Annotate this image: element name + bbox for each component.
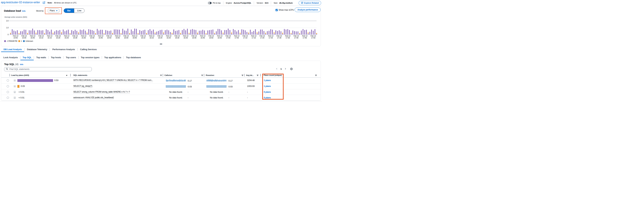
load-bar-segment[interactable] (219, 29, 220, 34)
load-bar-segment[interactable] (289, 30, 290, 35)
load-bar-segment[interactable] (291, 34, 292, 35)
load-bar-segment[interactable] (274, 33, 274, 34)
load-bar-segment[interactable] (110, 31, 111, 35)
load-bar-segment[interactable] (46, 29, 46, 35)
db-instance-title-link[interactable]: apg-testcluster-02-instance-writer (1, 1, 40, 4)
load-bar-segment[interactable] (128, 29, 128, 35)
load-bar-segment[interactable] (61, 32, 62, 33)
load-bar-segment[interactable] (95, 34, 96, 34)
load-bar-segment[interactable] (41, 31, 42, 35)
load-bar-segment[interactable] (75, 30, 76, 34)
subtab-top-waits[interactable]: Top waits (34, 54, 48, 60)
load-bar-segment[interactable] (86, 33, 87, 34)
sql-statement-link[interactable]: WITH RECURSIVE numbers(n) AS ( SELECT ? … (73, 79, 153, 82)
load-bar-segment[interactable] (112, 34, 113, 34)
load-bar-segment[interactable] (94, 31, 94, 35)
load-bar-segment[interactable] (194, 30, 194, 35)
load-bar-segment[interactable] (132, 31, 133, 34)
load-bar-segment[interactable] (26, 30, 26, 35)
load-bar-segment[interactable] (277, 31, 278, 34)
load-bar-segment[interactable] (85, 31, 86, 35)
load-bar-segment[interactable] (34, 30, 34, 34)
load-bar-segment[interactable] (316, 34, 317, 35)
load-bar-segment[interactable] (141, 31, 142, 35)
expand-row-icon[interactable] (14, 85, 16, 87)
row-radio-button[interactable] (7, 97, 9, 99)
subtab-top-sql[interactable]: Top SQL (20, 54, 34, 60)
load-bar-segment[interactable] (190, 30, 191, 35)
load-bar-segment[interactable] (265, 33, 266, 34)
load-bar-segment[interactable] (24, 30, 24, 35)
load-bar-segment[interactable] (39, 30, 40, 34)
load-bar-segment[interactable] (18, 34, 19, 34)
load-bar-segment[interactable] (27, 33, 28, 34)
load-bar-segment[interactable] (117, 29, 118, 34)
load-bar-segment[interactable] (253, 31, 254, 34)
load-bar-segment[interactable] (162, 30, 162, 34)
load-bar-segment[interactable] (298, 31, 298, 35)
load-bar-segment[interactable] (245, 30, 246, 35)
load-bar-segment[interactable] (126, 31, 126, 34)
sort-descending-icon[interactable] (66, 75, 68, 76)
load-bar-segment[interactable] (158, 31, 159, 34)
load-bar-segment[interactable] (138, 33, 138, 34)
load-bar-segment[interactable] (106, 30, 106, 34)
load-bar-segment[interactable] (44, 33, 45, 34)
load-bar-segment[interactable] (235, 30, 236, 34)
load-bar-segment[interactable] (204, 30, 205, 34)
load-bar-segment[interactable] (311, 29, 312, 34)
load-bar-segment[interactable] (51, 30, 52, 35)
load-bar-segment[interactable] (316, 33, 317, 34)
load-bar-segment[interactable] (299, 33, 300, 34)
load-bar-segment[interactable] (82, 30, 82, 35)
load-bar-segment[interactable] (107, 31, 108, 35)
load-bar-segment[interactable] (284, 29, 285, 34)
load-bar-segment[interactable] (102, 30, 103, 35)
load-bar-segment[interactable] (129, 33, 130, 34)
load-bar-segment[interactable] (121, 34, 122, 35)
load-bar-segment[interactable] (238, 30, 239, 34)
expand-row-icon[interactable] (14, 80, 16, 82)
load-bar-segment[interactable] (49, 32, 50, 34)
load-bar-segment[interactable] (27, 34, 28, 34)
load-bar-segment[interactable] (223, 34, 223, 34)
resize-handle-icon[interactable] (160, 43, 162, 45)
load-bar-segment[interactable] (144, 30, 145, 30)
load-bar-segment[interactable] (163, 32, 164, 34)
row-radio-button[interactable] (7, 79, 9, 82)
load-bar-segment[interactable] (172, 33, 172, 34)
page-number[interactable]: 1 (280, 68, 282, 70)
column-header-calls-sec[interactable]: Calls/sec (164, 74, 172, 76)
load-bar-segment[interactable] (60, 30, 60, 35)
load-bar-segment[interactable] (243, 30, 244, 34)
load-bar-segment[interactable] (109, 31, 110, 35)
load-bar-segment[interactable] (240, 34, 240, 35)
load-bar-segment[interactable] (260, 29, 261, 35)
legend-label[interactable]: -1765646790 (7, 40, 18, 42)
load-bar-segment[interactable] (42, 30, 43, 34)
load-bar-segment[interactable] (288, 29, 288, 35)
load-bar-segment[interactable] (224, 30, 225, 34)
load-bar-segment[interactable] (214, 33, 215, 34)
load-bar-segment[interactable] (221, 30, 222, 35)
load-bar-segment[interactable] (20, 31, 21, 35)
load-bar-segment[interactable] (64, 31, 65, 35)
load-bar-segment[interactable] (308, 32, 308, 33)
gear-icon[interactable] (290, 68, 293, 71)
load-bar-segment[interactable] (223, 33, 223, 34)
load-bar-segment[interactable] (90, 30, 91, 34)
load-bar-segment[interactable] (282, 33, 283, 34)
load-bar-segment[interactable] (308, 33, 308, 34)
load-bar-segment[interactable] (267, 31, 268, 34)
load-bar-segment[interactable] (44, 34, 45, 34)
tab-performance-analysis[interactable]: Performance Analysis (50, 47, 77, 52)
column-header-avg-lat-[interactable]: Avg lat... (246, 74, 254, 76)
load-bar-segment[interactable] (155, 32, 155, 33)
load-bar-segment[interactable] (86, 32, 87, 33)
load-bar-segment[interactable] (250, 30, 250, 34)
load-bar-segment[interactable] (146, 34, 147, 34)
load-bar-segment[interactable] (200, 31, 201, 34)
load-bar-segment[interactable] (146, 33, 147, 34)
load-bar-segment[interactable] (212, 29, 213, 35)
load-bar-segment[interactable] (48, 30, 48, 35)
